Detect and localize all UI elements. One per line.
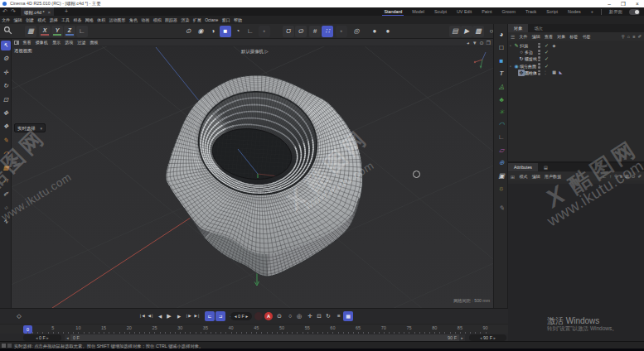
menu-窗口[interactable]: 窗口 bbox=[220, 16, 232, 24]
viewport-menu-过滤[interactable]: 过滤 bbox=[75, 40, 88, 45]
document-tab[interactable]: 螺帽.c4d *× bbox=[21, 7, 54, 16]
rotate-icon[interactable]: ↻ bbox=[1, 81, 11, 91]
layout-tab-uv-edit[interactable]: UV Edit bbox=[452, 7, 477, 16]
tab-对象[interactable]: 对象 bbox=[508, 24, 528, 32]
shading-half-icon[interactable]: ◑ bbox=[207, 26, 219, 37]
autokey-button[interactable]: A bbox=[264, 312, 273, 320]
goto-end-button[interactable]: ▶❘ bbox=[192, 311, 202, 321]
pen-icon[interactable]: ✎ bbox=[1, 136, 11, 146]
maximize-button[interactable]: ❐ bbox=[617, 0, 630, 7]
viewport-solo-icon[interactable]: ⊙ bbox=[182, 26, 194, 37]
viewport-menu-显示[interactable]: 显示 bbox=[50, 40, 62, 45]
search-icon[interactable] bbox=[2, 26, 13, 37]
menu-模拟[interactable]: 模拟 bbox=[152, 16, 163, 24]
menu-工具[interactable]: 工具 bbox=[60, 16, 71, 24]
close-button[interactable]: × bbox=[631, 0, 644, 7]
live-selection-icon[interactable]: ↖ bbox=[1, 41, 11, 50]
render-view-icon[interactable]: ▤ bbox=[449, 26, 461, 37]
subdivision-points-icon[interactable]: ◬ bbox=[496, 81, 507, 92]
mograph-clover-icon[interactable]: ♣ bbox=[496, 94, 507, 105]
keyframe-selection-icon[interactable]: ◇ bbox=[14, 311, 24, 321]
current-frame-field[interactable]: ◂ 0 F ▸ bbox=[230, 312, 252, 320]
tool-options-icon[interactable]: ⚙ bbox=[1, 54, 11, 64]
snap-magnet-icon[interactable]: Ʊ bbox=[283, 26, 294, 37]
cube-icon[interactable]: ■ bbox=[496, 55, 507, 66]
layout-tab-track[interactable]: Track bbox=[521, 7, 541, 16]
visibility-dots[interactable] bbox=[538, 63, 542, 70]
menu-跟踪器[interactable]: 跟踪器 bbox=[163, 16, 179, 24]
menu-动画[interactable]: 动画 bbox=[139, 16, 151, 24]
object-row-圆柱体[interactable]: ✥圆柱体⁚▦◣ bbox=[508, 70, 644, 76]
attr-menu-用户数据[interactable]: 用户数据 bbox=[542, 174, 563, 179]
view-label[interactable]: 透视视图 bbox=[14, 48, 32, 54]
spline-ellipse-icon[interactable]: ◠ bbox=[496, 119, 507, 130]
menu-角色[interactable]: 角色 bbox=[128, 16, 139, 24]
grid-snap-icon[interactable]: ∷ bbox=[322, 26, 333, 37]
viewport-menu-选项[interactable]: 选项 bbox=[63, 40, 75, 45]
menu-文件[interactable]: 文件 bbox=[0, 16, 12, 24]
workplane-icon[interactable]: ▦ bbox=[25, 26, 36, 37]
viewport-menu-摄像机[interactable]: 摄像机 bbox=[33, 40, 50, 45]
range-start-spinner[interactable]: ◂ 0 F ▸ bbox=[23, 334, 61, 341]
grid-icon[interactable]: # bbox=[309, 26, 321, 37]
tab-attributes-extra-icon[interactable]: ▤ bbox=[538, 163, 554, 171]
tag-smoothing[interactable]: ◆ bbox=[551, 43, 557, 49]
om-menu-书签[interactable]: 书签 bbox=[580, 34, 593, 39]
spline-smooth-icon[interactable]: ∿ bbox=[1, 217, 11, 227]
target-icon[interactable]: ◎ bbox=[351, 26, 362, 37]
visibility-dots[interactable] bbox=[538, 70, 542, 76]
attributes-grid-icon[interactable]: ⊞ bbox=[511, 174, 516, 180]
arc-icon[interactable]: ◠ bbox=[1, 149, 11, 159]
viewport-layout-icon[interactable] bbox=[14, 41, 19, 45]
selection-box-icon[interactable]: □ bbox=[496, 42, 507, 53]
om-menu-编辑[interactable]: 编辑 bbox=[530, 34, 542, 39]
solo-on-icon[interactable]: ● bbox=[382, 26, 394, 37]
redo-icon[interactable]: ↷ bbox=[11, 7, 16, 16]
undo-icon[interactable]: ↶ bbox=[2, 7, 7, 16]
camera-orbit-icon[interactable]: ◕ bbox=[467, 40, 470, 46]
add-document-tab-button[interactable]: + bbox=[65, 7, 68, 16]
cloner-icon[interactable]: ▱ bbox=[496, 145, 507, 156]
move-icon[interactable]: ✛ bbox=[1, 68, 11, 78]
range-slider[interactable]: ◂ 0 F 90 F ▸ bbox=[65, 334, 465, 341]
enabled-check-icon[interactable]: ⁚ bbox=[545, 70, 546, 76]
menu-Octane[interactable]: Octane bbox=[203, 16, 220, 24]
points-icon[interactable]: ∷ bbox=[1, 176, 11, 186]
coordinate-system-icon[interactable]: ∟ bbox=[76, 26, 88, 37]
menu-模式[interactable]: 模式 bbox=[36, 16, 47, 24]
loop-button[interactable]: ⊏ bbox=[205, 311, 215, 321]
menu-选择[interactable]: 选择 bbox=[48, 16, 60, 24]
menu-网格[interactable]: 网格 bbox=[84, 16, 95, 24]
menu-创建[interactable]: 创建 bbox=[24, 16, 36, 24]
om-search-icon[interactable]: ⚲ bbox=[622, 34, 625, 39]
attr-search-icon[interactable]: ⚲ bbox=[614, 174, 617, 179]
layout-tab-model[interactable]: Model bbox=[407, 7, 429, 16]
menu-扩展[interactable]: 扩展 bbox=[191, 16, 203, 24]
object-row-细分曲面[interactable]: ▫◉细分曲面✓ bbox=[508, 63, 644, 70]
minimize-button[interactable]: – bbox=[603, 0, 616, 7]
render-settings-icon[interactable]: ▩ bbox=[472, 26, 484, 37]
y-axis-lock-button[interactable]: Y bbox=[51, 26, 63, 37]
text-icon[interactable]: T bbox=[496, 68, 507, 79]
layout-tab-nodes[interactable]: Nodes bbox=[563, 7, 586, 16]
all-axes-icon[interactable]: ❖ bbox=[1, 122, 11, 132]
camera-zoom-icon[interactable]: ⊙ bbox=[480, 40, 484, 46]
camera-label[interactable]: 默认摄像机 ▷ bbox=[241, 49, 269, 55]
viewport-toggle-icon[interactable]: ❐ bbox=[487, 40, 491, 46]
tab-场次[interactable]: 场次 bbox=[528, 24, 548, 32]
enabled-check-icon[interactable]: ✓ bbox=[545, 55, 549, 62]
layout-tab-plus[interactable]: + bbox=[586, 7, 598, 16]
z-axis-lock-button[interactable]: Z bbox=[64, 26, 75, 37]
attr-edit-icon[interactable]: ✐ bbox=[637, 174, 642, 179]
menu-样条[interactable]: 样条 bbox=[71, 16, 83, 24]
material-pencil-icon[interactable]: ✎ bbox=[496, 203, 507, 214]
range-slider-left-cap[interactable]: ◂ bbox=[65, 334, 70, 341]
menu-渲染[interactable]: 渲染 bbox=[179, 16, 191, 24]
snap-point-icon[interactable]: ʘ bbox=[295, 26, 307, 37]
object-row-螺旋线[interactable]: ↻螺旋线✓ bbox=[508, 55, 644, 62]
coordinate-icon[interactable]: ∟ bbox=[496, 132, 507, 142]
attr-filter-icon[interactable]: ≡ bbox=[620, 174, 622, 179]
camera-icon[interactable]: ▣ bbox=[496, 171, 507, 181]
polygon-points-icon[interactable]: ⁘ bbox=[1, 204, 11, 214]
interface-icon[interactable]: ◕ bbox=[496, 29, 507, 40]
